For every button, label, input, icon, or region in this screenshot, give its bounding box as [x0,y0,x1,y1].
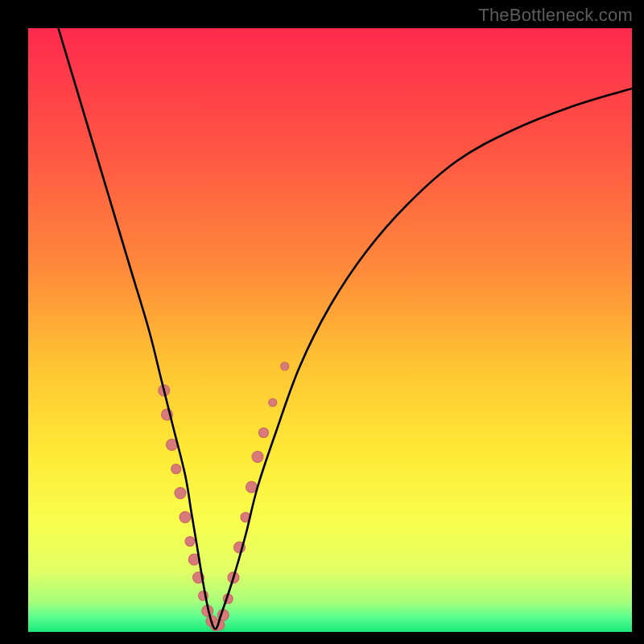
marker-dot [259,428,269,438]
marker-dot [180,512,191,523]
marker-dot [269,398,277,407]
marker-dot [281,362,289,370]
marker-dot [185,537,195,547]
data-markers [159,362,289,631]
marker-dot [171,464,181,474]
marker-dot [175,488,186,499]
plot-area [28,28,632,632]
chart-frame: TheBottleneck.com [0,0,644,644]
bottleneck-curve [59,28,633,629]
marker-dot [252,452,263,463]
watermark-text: TheBottleneck.com [478,5,633,26]
curve-layer [28,28,632,632]
